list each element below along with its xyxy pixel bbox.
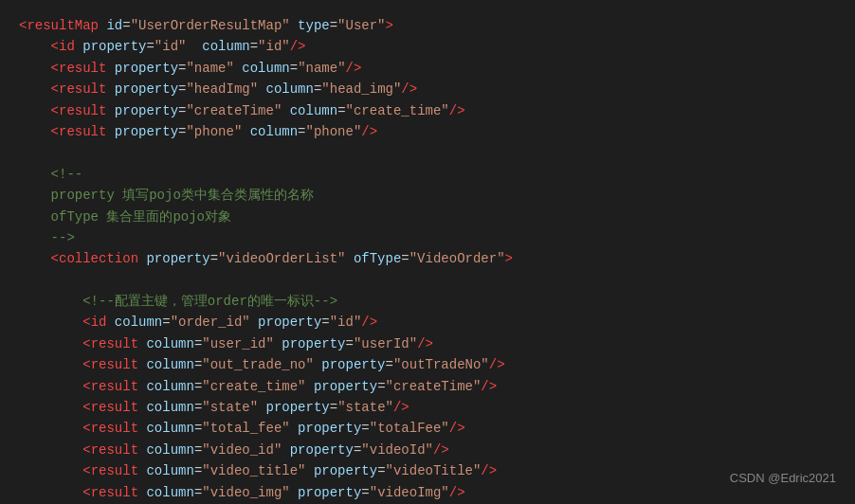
code-line <box>19 142 836 163</box>
code-line: <result column="create_time" property="c… <box>19 376 836 397</box>
code-line: <result column="total_fee" property="tot… <box>19 418 836 439</box>
code-line: <result column="video_id" property="vide… <box>19 440 836 460</box>
code-line: <result property="headImg" column="head_… <box>19 79 836 99</box>
code-line: ofType 集合里面的pojo对象 <box>19 207 836 227</box>
code-line: <result column="video_img" property="vid… <box>19 482 836 503</box>
code-line: <result column="video_title" property="v… <box>19 460 836 481</box>
code-line: <result column="user_id" property="userI… <box>19 333 836 354</box>
code-line: <id column="order_id" property="id"/> <box>19 312 836 333</box>
code-line: <result column="out_trade_no" property="… <box>19 354 836 375</box>
code-line: <id property="id" column="id"/> <box>19 36 836 57</box>
code-line: property 填写pojo类中集合类属性的名称 <box>19 185 836 206</box>
code-line: <!-- <box>19 164 836 185</box>
watermark: CSDN @Edric2021 <box>730 469 836 489</box>
code-line: <collection property="videoOrderList" of… <box>19 248 836 269</box>
code-line: --> <box>19 227 836 248</box>
code-line <box>19 270 836 291</box>
code-line: <result property="phone" column="phone"/… <box>19 121 836 142</box>
code-container: <resultMap id="UserOrderResultMap" type=… <box>0 0 855 504</box>
code-line: <!--配置主键，管理order的唯一标识--> <box>19 291 836 312</box>
code-line: <result column="state" property="state"/… <box>19 397 836 418</box>
code-line: <result property="createTime" column="cr… <box>19 100 836 121</box>
code-line: <result property="name" column="name"/> <box>19 58 836 79</box>
code-block: <resultMap id="UserOrderResultMap" type=… <box>19 15 836 504</box>
code-line: <resultMap id="UserOrderResultMap" type=… <box>19 15 836 36</box>
